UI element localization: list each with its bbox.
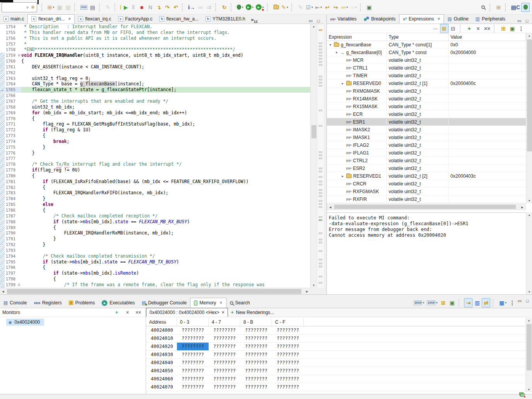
code-line-1774[interactable]: 1774 break; xyxy=(0,139,310,144)
annotation-mark[interactable] xyxy=(319,64,322,66)
maximize-view-button[interactable]: □ xyxy=(523,19,531,24)
code-line-1780[interactable]: 1780 { xyxy=(0,173,310,179)
memory-cell[interactable]: ???????? xyxy=(272,334,304,342)
memory-cell[interactable]: ???????? xyxy=(272,343,304,350)
scroll-right-icon[interactable]: ▶ xyxy=(520,206,525,209)
pin-editor-button[interactable]: ▣ xyxy=(365,3,374,12)
annotation-mark[interactable] xyxy=(319,58,322,59)
expander-icon[interactable]: ▸ xyxy=(341,172,345,180)
view-menu-button[interactable]: ⋮ xyxy=(508,298,517,307)
pin-memory-monitor-button[interactable]: ▣ xyxy=(448,298,456,307)
code-line-1772[interactable]: 1772 if (flag_reg & 1U) xyxy=(0,127,310,133)
annotation-mark[interactable] xyxy=(319,239,322,240)
tab-memory[interactable]: Memory× xyxy=(190,298,226,308)
terminate-button[interactable]: ■ xyxy=(138,3,146,12)
memory-cell[interactable]: ???????? xyxy=(240,359,272,367)
maximize-view-button[interactable]: □ xyxy=(524,299,531,304)
tab-breakpoints[interactable]: Breakpoints xyxy=(360,14,399,24)
annotation-mark[interactable] xyxy=(319,171,322,172)
tab-memory-rendering-hex[interactable]: 0x40024000 : 0x40024000 <Hex>× xyxy=(146,308,228,317)
memory-row[interactable]: 40024010???????????????????????????????? xyxy=(146,334,525,343)
expression-row[interactable]: (x)=IMASK1volatile uint32_t xyxy=(327,134,526,141)
scroll-down-icon[interactable]: ▼ xyxy=(311,284,317,287)
tab-problems[interactable]: !Problems xyxy=(65,298,99,308)
scroll-up-icon[interactable]: ▲ xyxy=(526,319,532,322)
tab-flexcan-irq-c[interactable]: cflexcan_irq.c xyxy=(75,14,114,24)
fold-collapse-icon[interactable]: ⊖ xyxy=(17,282,21,288)
expression-row[interactable]: (x)=CRCRvolatile uint32_t xyxy=(327,180,526,188)
memory-cell[interactable]: ???????? xyxy=(272,375,304,383)
layout-button[interactable]: ▦▾ xyxy=(498,298,508,307)
show-logical-structure-button[interactable]: ⊞ xyxy=(440,24,449,33)
open-console-button[interactable]: ▤ xyxy=(88,3,97,12)
code-line-1782[interactable]: 1782 { xyxy=(0,185,310,190)
resume-button[interactable]: ▎▶ xyxy=(119,3,129,12)
link-memory-rendering-button[interactable]: ⇥ xyxy=(464,298,473,307)
code-line-1786[interactable]: 1786 { xyxy=(0,207,310,213)
tab-registers[interactable]: 1010Registers xyxy=(30,298,65,308)
annotation-mark[interactable] xyxy=(319,52,322,53)
memory-cell[interactable]: ???????? xyxy=(240,326,272,334)
memory-cell[interactable]: ???????? xyxy=(240,351,272,358)
memory-row[interactable]: 40024000???????????????????????????????? xyxy=(146,326,525,334)
scroll-right-icon[interactable]: ▶ xyxy=(305,290,309,293)
code-line-1763[interactable]: 1763 uint32_t flag_reg = 0; xyxy=(0,76,310,81)
annotation-mark[interactable] xyxy=(319,168,322,169)
expander-icon[interactable]: ▾ xyxy=(328,41,332,48)
next-edit-location-button[interactable]: ↪ xyxy=(331,3,340,12)
step-into-button[interactable]: ↴ xyxy=(155,3,163,12)
code-line-1770[interactable]: 1770 { xyxy=(0,116,310,122)
annotation-mark[interactable] xyxy=(319,76,322,77)
minimize-view-button[interactable]: ▭ xyxy=(307,19,314,24)
instruction-stepping-button[interactable]: i→ xyxy=(187,3,196,12)
memory-row[interactable]: 40024070???????????????????????????????? xyxy=(146,383,525,391)
code-line-1757[interactable]: 1757 * xyxy=(0,41,310,47)
remove-all-expressions-button[interactable]: ×× xyxy=(483,24,491,33)
code-line-1768[interactable]: 1768 uint32_t mb_idx; xyxy=(0,104,310,110)
memory-cell[interactable]: ???????? xyxy=(177,343,209,350)
memory-row[interactable]: 40024030???????????????????????????????? xyxy=(146,351,525,359)
annotation-mark[interactable] xyxy=(319,82,322,83)
annotation-mark[interactable] xyxy=(319,49,322,50)
editor-vscrollbar[interactable]: ▲ ▼ xyxy=(310,24,317,288)
build-button[interactable]: 010 xyxy=(79,3,88,12)
mark-occurrences-button[interactable]: ✎▾ xyxy=(280,3,289,12)
expression-row[interactable]: ▸RESERVED1volatile uint32_t [2]0x2000403… xyxy=(327,172,526,180)
tab-new-renderings[interactable]: +New Renderings... xyxy=(228,308,277,317)
code-line-1765[interactable]: →1765 flexcan_state_t * state = g_flexca… xyxy=(0,87,310,93)
tab-flexcan-driver-c[interactable]: cflexcan_dri...× xyxy=(27,14,75,24)
annotation-mark[interactable] xyxy=(319,200,322,202)
new-memory-view-button[interactable]: ⊞ xyxy=(439,298,447,307)
disconnect-button[interactable]: N xyxy=(146,3,155,12)
step-return-button[interactable]: ↶ xyxy=(172,3,180,12)
memory-cell[interactable]: ???????? xyxy=(240,375,272,383)
background-jobs-icon[interactable] xyxy=(519,392,525,397)
tab-main-c[interactable]: cmain.c xyxy=(0,14,27,24)
launch-config-combo[interactable]: ∨✱ xyxy=(2,2,37,12)
expression-row[interactable]: ▸RESERVED0volatile uint32_t [1]0x2000400… xyxy=(327,80,526,87)
view-menu-button[interactable]: ⋮ xyxy=(517,24,525,33)
annotation-mark[interactable] xyxy=(319,55,322,56)
cpp-perspective-button[interactable]: ▤C xyxy=(510,3,521,12)
debug-button[interactable]: ▾ xyxy=(236,3,245,12)
memory-vscrollbar[interactable]: ▲ ▼ xyxy=(525,318,532,392)
tab-peripherals[interactable]: ▥Peripherals xyxy=(472,14,509,24)
annotation-mark[interactable] xyxy=(319,184,322,185)
memory-cell[interactable]: ???????? xyxy=(240,334,272,342)
new-expressions-view-button[interactable]: ⊞ xyxy=(499,24,508,33)
expression-row[interactable]: (x)=CTRL1volatile uint32_t xyxy=(327,64,526,72)
export-memory-button[interactable]: 1010▾ xyxy=(413,298,425,307)
toggle-split-pane-button[interactable]: ▥ xyxy=(473,298,481,307)
tab-console[interactable]: ▤Console xyxy=(0,298,30,308)
memory-cell[interactable]: ???????? xyxy=(272,359,304,367)
memory-row[interactable]: 40024060???????????????????????????????? xyxy=(146,375,525,383)
minimize-view-button[interactable]: ▭ xyxy=(515,19,523,24)
memory-cell[interactable]: ???????? xyxy=(209,359,240,367)
code-line-1766[interactable]: 1766 xyxy=(0,93,310,98)
tab-flexcan-hw-access-h[interactable]: hflexcan_hw_a... xyxy=(156,14,202,24)
scroll-down-icon[interactable]: ▼ xyxy=(526,199,532,202)
annotation-mark[interactable] xyxy=(319,46,322,47)
scroll-thumb[interactable] xyxy=(311,125,316,138)
code-line-1798[interactable]: 1798 { xyxy=(0,276,310,282)
maximize-view-button[interactable]: □ xyxy=(314,19,322,24)
